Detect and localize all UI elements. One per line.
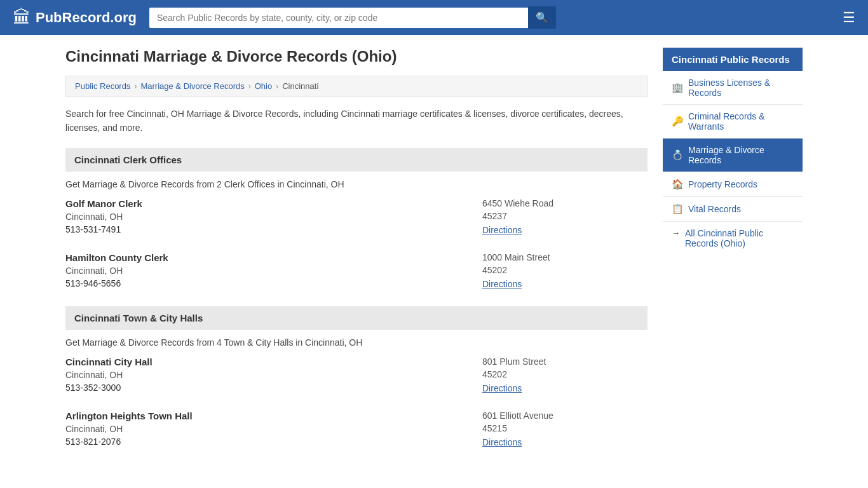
office-left-city-hall: Cincinnati City Hall Cincinnati, OH 513-…: [65, 356, 482, 394]
breadcrumb-link-public-records[interactable]: Public Records: [75, 81, 130, 91]
clipboard-icon: 📋: [672, 203, 683, 215]
office-entry-city-hall: Cincinnati City Hall Cincinnati, OH 513-…: [65, 356, 648, 398]
sidebar-label-vital: Vital Records: [688, 204, 741, 214]
office-name-golf-manor: Golf Manor Clerk: [65, 198, 482, 209]
office-name-hamilton: Hamilton County Clerk: [65, 252, 482, 263]
content-area: Cincinnati Marriage & Divorce Records (O…: [65, 48, 648, 464]
office-right-arlington: 601 Elliott Avenue 45215 Directions: [482, 410, 648, 448]
office-left-arlington: Arlington Heights Town Hall Cincinnati, …: [65, 410, 482, 448]
directions-link-golf-manor[interactable]: Directions: [482, 225, 522, 235]
sidebar-title: Cincinnati Public Records: [663, 48, 803, 71]
office-zip-arlington: 45215: [482, 423, 648, 433]
clerk-offices-header: Cincinnati Clerk Offices: [65, 148, 648, 172]
main-container: Cincinnati Marriage & Divorce Records (O…: [53, 35, 815, 477]
office-right-city-hall: 801 Plum Street 45202 Directions: [482, 356, 648, 394]
sidebar-item-vital[interactable]: 📋 Vital Records: [663, 197, 803, 222]
office-left-hamilton: Hamilton County Clerk Cincinnati, OH 513…: [65, 252, 482, 290]
office-entry-arlington: Arlington Heights Town Hall Cincinnati, …: [65, 410, 648, 452]
sidebar-all-records-label: All Cincinnati Public Records (Ohio): [685, 228, 794, 248]
sidebar: Cincinnati Public Records 🏢 Business Lic…: [663, 48, 803, 464]
office-city-city-hall: Cincinnati, OH: [65, 370, 482, 380]
sidebar-item-marriage[interactable]: 💍 Marriage & Divorce Records: [663, 139, 803, 172]
office-entry-hamilton: Hamilton County Clerk Cincinnati, OH 513…: [65, 252, 648, 294]
office-city-arlington: Cincinnati, OH: [65, 424, 482, 434]
rings-icon: 💍: [672, 149, 683, 161]
clerk-offices-desc: Get Marriage & Divorce Records from 2 Cl…: [65, 179, 648, 189]
sidebar-label-property: Property Records: [688, 179, 757, 189]
office-address-city-hall: 801 Plum Street: [482, 356, 648, 367]
breadcrumb-sep-2: ›: [248, 82, 251, 91]
menu-button[interactable]: ☰: [843, 10, 855, 26]
office-zip-golf-manor: 45237: [482, 211, 648, 221]
breadcrumb-link-marriage-divorce[interactable]: Marriage & Divorce Records: [140, 81, 244, 91]
search-icon: 🔍: [536, 12, 548, 23]
sidebar-label-criminal: Criminal Records & Warrants: [688, 111, 794, 132]
sidebar-all-records-link[interactable]: → All Cincinnati Public Records (Ohio): [663, 222, 803, 255]
page-description: Search for free Cincinnati, OH Marriage …: [65, 107, 648, 135]
office-right-hamilton: 1000 Main Street 45202 Directions: [482, 252, 648, 290]
office-address-arlington: 601 Elliott Avenue: [482, 410, 648, 421]
directions-link-hamilton[interactable]: Directions: [482, 279, 522, 289]
sidebar-item-property[interactable]: 🏠 Property Records: [663, 172, 803, 197]
search-area: 🔍: [149, 6, 556, 29]
search-button[interactable]: 🔍: [528, 6, 556, 29]
office-zip-city-hall: 45202: [482, 369, 648, 379]
office-name-arlington: Arlington Heights Town Hall: [65, 410, 482, 421]
city-halls-desc: Get Marriage & Divorce Records from 4 To…: [65, 337, 648, 348]
breadcrumb: Public Records › Marriage & Divorce Reco…: [65, 76, 648, 97]
city-halls-header: Cincinnati Town & City Halls: [65, 306, 648, 330]
sidebar-label-marriage: Marriage & Divorce Records: [688, 145, 794, 165]
page-title: Cincinnati Marriage & Divorce Records (O…: [65, 48, 648, 65]
office-zip-hamilton: 45202: [482, 265, 648, 275]
logo-link[interactable]: 🏛 PubRecord.org: [13, 7, 137, 28]
logo-text: PubRecord.org: [36, 10, 137, 26]
office-phone-city-hall: 513-352-3000: [65, 383, 482, 393]
directions-link-arlington[interactable]: Directions: [482, 437, 522, 447]
breadcrumb-sep-3: ›: [276, 82, 278, 91]
office-city-golf-manor: Cincinnati, OH: [65, 212, 482, 222]
breadcrumb-link-ohio[interactable]: Ohio: [255, 81, 272, 91]
office-phone-arlington: 513-821-2076: [65, 437, 482, 447]
search-input[interactable]: [149, 8, 528, 28]
office-city-hamilton: Cincinnati, OH: [65, 266, 482, 276]
sidebar-label-business: Business Licenses & Records: [688, 78, 794, 98]
office-address-golf-manor: 6450 Wiehe Road: [482, 198, 648, 208]
sidebar-item-criminal[interactable]: 🔑 Criminal Records & Warrants: [663, 105, 803, 139]
logo-icon: 🏛: [13, 7, 31, 28]
directions-link-city-hall[interactable]: Directions: [482, 383, 522, 393]
office-address-hamilton: 1000 Main Street: [482, 252, 648, 262]
office-phone-hamilton: 513-946-5656: [65, 278, 482, 288]
sidebar-item-business[interactable]: 🏢 Business Licenses & Records: [663, 71, 803, 105]
breadcrumb-current: Cincinnati: [282, 81, 318, 91]
building-icon: 🏢: [672, 82, 683, 93]
site-header: 🏛 PubRecord.org 🔍 ☰: [0, 0, 868, 35]
arrow-icon: →: [672, 228, 680, 238]
home-icon: 🏠: [672, 179, 683, 190]
key-icon: 🔑: [672, 116, 683, 127]
office-left-golf-manor: Golf Manor Clerk Cincinnati, OH 513-531-…: [65, 198, 482, 236]
office-name-city-hall: Cincinnati City Hall: [65, 356, 482, 367]
office-phone-golf-manor: 513-531-7491: [65, 224, 482, 234]
breadcrumb-sep-1: ›: [134, 82, 137, 91]
office-entry-golf-manor: Golf Manor Clerk Cincinnati, OH 513-531-…: [65, 198, 648, 240]
menu-icon: ☰: [843, 10, 855, 25]
office-right-golf-manor: 6450 Wiehe Road 45237 Directions: [482, 198, 648, 236]
